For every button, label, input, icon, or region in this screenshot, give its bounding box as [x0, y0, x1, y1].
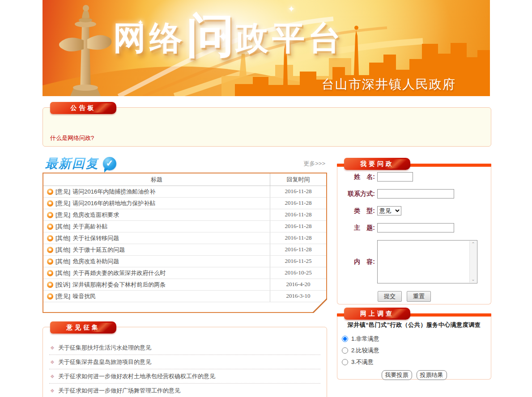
- left-column: 最新回复 更多>>> 标题 回复时间 [意见]请问2016年内陆捕捞渔船油价补 …: [43, 155, 327, 397]
- table-filler: [43, 302, 326, 312]
- row-category: [其他]: [55, 234, 70, 242]
- row-category: [意见]: [55, 188, 70, 196]
- row-date: 2016-11-25: [270, 256, 326, 267]
- name-label: 姓 名:: [337, 172, 375, 182]
- org-name: 台山市深井镇人民政府: [322, 76, 456, 93]
- row-category: [其他]: [55, 258, 70, 266]
- content-field[interactable]: [377, 240, 477, 283]
- comment-icon: [47, 258, 53, 265]
- opinions-panel: 意见征集 ❖ 关于征集那扶圩生活污水处理的意见 ❖ 关于征集深井盘皇岛旅游项目的…: [43, 327, 327, 397]
- row-title[interactable]: 请问2016年内陆捕捞渔船油价补: [72, 188, 155, 196]
- diamond-bullet-icon: ❖: [50, 388, 55, 394]
- contact-label: 联系方式:: [337, 189, 375, 198]
- row-date: 2016-11-28: [270, 221, 326, 232]
- survey-radio[interactable]: [342, 359, 348, 365]
- row-category: [其他]: [55, 223, 70, 231]
- submit-button[interactable]: 提交: [378, 291, 402, 302]
- opinion-link[interactable]: 关于征集那扶圩生活污水处理的意见: [58, 344, 151, 352]
- diamond-bullet-icon: ❖: [50, 359, 55, 365]
- survey-option[interactable]: 2.比较满意: [342, 345, 491, 356]
- opinion-link[interactable]: 关于征集深井盘皇岛旅游项目的意见: [58, 358, 151, 366]
- row-category: [意见]: [55, 199, 70, 207]
- comment-icon: [47, 189, 53, 195]
- survey-option[interactable]: 1.非常满意: [342, 333, 491, 345]
- row-date: 2016-11-28: [270, 209, 326, 220]
- table-row[interactable]: [其他]关于高龄补贴 2016-11-28: [43, 221, 326, 232]
- comment-icon: [47, 270, 53, 276]
- row-category: [意见]: [55, 211, 70, 219]
- bulletin-header-ribbon: 公告板: [50, 102, 116, 114]
- contact-field[interactable]: [377, 189, 454, 198]
- table-row[interactable]: [其他]关于再婚夫妻的政策深井政府什么时 2016-10-25: [43, 267, 326, 279]
- bulletin-panel: 公告板 什么是网络问政?: [43, 107, 491, 147]
- replies-table: 标题 回复时间 [意见]请问2016年内陆捕捞渔船油价补 2016-11-28 …: [43, 173, 327, 313]
- vote-button[interactable]: 我要投票: [382, 370, 412, 380]
- row-title[interactable]: 关于高龄补贴: [72, 223, 107, 231]
- survey-option-label: 1.非常满意: [351, 335, 379, 343]
- subject-label: 主 题:: [337, 223, 375, 232]
- column-header-title: 标题: [43, 173, 270, 186]
- row-title[interactable]: 请问2016年的耕地地力保护补贴: [72, 199, 155, 207]
- row-title[interactable]: 危房改造面积要求: [72, 211, 119, 219]
- scroll-down-icon[interactable]: ⌄: [471, 276, 475, 283]
- table-row[interactable]: [其他]关于缴十延五的问题 2016-11-28: [43, 244, 326, 256]
- survey-radio[interactable]: [342, 347, 348, 354]
- table-row[interactable]: [意见]危房改造面积要求 2016-11-28: [43, 209, 326, 221]
- list-item[interactable]: ❖ 关于征求如何进一步做好广场舞管理工作的意见: [49, 384, 320, 397]
- table-row[interactable]: [意见]噪音扰民 2016-3-10: [43, 291, 326, 302]
- survey-unit: 网上调查 深井镇“邑门式”行政（公共）服务中心满意度调查 1.非常满意 2.比较…: [337, 313, 491, 380]
- latest-replies-logo: 最新回复: [43, 155, 116, 172]
- type-select[interactable]: 意见: [377, 206, 401, 215]
- table-header-row: 标题 回复时间: [43, 173, 326, 186]
- scrollbar[interactable]: ⌃ ⌄: [469, 241, 477, 283]
- row-title[interactable]: 关于社保转移问题: [72, 234, 119, 242]
- survey-option-label: 2.比较满意: [351, 346, 379, 355]
- site-title-part1: 网络: [113, 17, 186, 61]
- row-title[interactable]: 关于再婚夫妻的政策深井政府什么时: [72, 269, 166, 277]
- survey-options: 1.非常满意 2.比较满意 3.不满意: [342, 333, 491, 368]
- name-field[interactable]: [377, 172, 413, 182]
- reply-check-icon: [103, 157, 116, 170]
- comment-icon: [47, 235, 53, 241]
- vote-results-button[interactable]: 投票结果: [417, 370, 447, 380]
- survey-option[interactable]: 3.不满意: [342, 356, 491, 368]
- opinion-link[interactable]: 关于征求如何进一步做好广场舞管理工作的意见: [58, 387, 180, 395]
- row-title[interactable]: 深井镇那南村委会下林村前后的两条: [72, 281, 166, 289]
- comment-icon: [47, 224, 53, 230]
- ask-header-ribbon: 我要问政: [344, 158, 410, 170]
- table-row[interactable]: [意见]请问2016年的耕地地力保护补贴 2016-11-28: [43, 198, 326, 209]
- row-title[interactable]: 危房改造补助问题: [72, 258, 119, 266]
- table-row[interactable]: [投诉]深井镇那南村委会下林村前后的两条 2016-4-20: [43, 279, 326, 291]
- table-row[interactable]: [意见]请问2016年内陆捕捞渔船油价补 2016-11-28: [43, 186, 326, 198]
- row-date: 2016-11-28: [270, 244, 326, 255]
- more-link[interactable]: 更多>>>: [303, 160, 327, 168]
- row-title[interactable]: 噪音扰民: [72, 292, 96, 300]
- scroll-up-icon[interactable]: ⌃: [471, 241, 475, 247]
- list-item[interactable]: ❖ 关于征求如何进一步做好农村土地承包经营权确权工作的意见: [49, 369, 320, 384]
- opinion-link[interactable]: 关于征求如何进一步做好农村土地承包经营权确权工作的意见: [58, 372, 215, 380]
- right-column: 我要问政 姓 名: 联系方式: 类 型: 意见: [337, 155, 491, 397]
- comment-icon: [47, 293, 53, 300]
- row-category: [其他]: [55, 246, 70, 254]
- survey-radio[interactable]: [342, 336, 348, 342]
- row-date: 2016-10-25: [270, 267, 326, 279]
- row-date: 2016-11-28: [270, 232, 326, 244]
- table-row[interactable]: [其他]关于社保转移问题 2016-11-28: [43, 232, 326, 244]
- opinions-header-ribbon: 意见征集: [50, 321, 116, 334]
- column-header-date: 回复时间: [270, 173, 326, 186]
- subject-field[interactable]: [377, 223, 454, 232]
- sparkle-icon: ✦: [217, 28, 230, 46]
- list-item[interactable]: ❖ 关于征集深井盘皇岛旅游项目的意见: [49, 355, 320, 369]
- diamond-bullet-icon: ❖: [50, 345, 55, 351]
- site-title-part3: 政平台: [236, 17, 345, 61]
- latest-replies-header: 最新回复 更多>>>: [43, 155, 327, 173]
- ask-unit: 我要问政 姓 名: 联系方式: 类 型: 意见: [337, 164, 491, 304]
- survey-header-ribbon: 网上调查: [344, 308, 410, 320]
- list-item[interactable]: ❖ 关于征集那扶圩生活污水处理的意见: [49, 341, 320, 355]
- table-row[interactable]: [其他]危房改造补助问题 2016-11-25: [43, 256, 326, 267]
- row-title[interactable]: 关于缴十延五的问题: [72, 246, 125, 254]
- type-label: 类 型:: [337, 206, 375, 215]
- what-is-link[interactable]: 什么是网络问政?: [43, 134, 101, 146]
- main-content: 最新回复 更多>>> 标题 回复时间 [意见]请问2016年内陆捕捞渔船油价补 …: [43, 155, 491, 397]
- reset-button[interactable]: 重置: [407, 291, 431, 302]
